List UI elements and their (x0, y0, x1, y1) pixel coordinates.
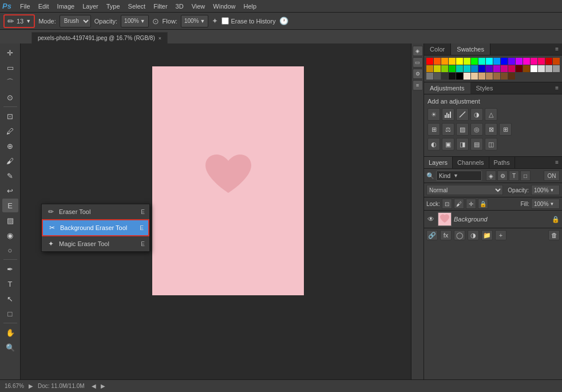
exposure-btn[interactable]: ◑ (470, 108, 483, 121)
new-adjustment-layer-btn[interactable]: ◑ (468, 230, 479, 240)
tab-styles[interactable]: Styles (470, 82, 499, 94)
tab-paths[interactable]: Paths (489, 157, 515, 168)
fill-value-control[interactable]: 100% ▼ (531, 199, 560, 209)
document-tab[interactable]: pexels-photo-4197491.jpeg @ 16.7% (RGB/8… (31, 32, 168, 43)
eraser-tool-option[interactable]: ✏ Eraser Tool E (42, 204, 149, 219)
crop-tool[interactable]: ⊡ (2, 109, 18, 123)
swatch-violet[interactable] (516, 58, 523, 65)
swatch-med-blue[interactable] (471, 65, 478, 72)
move-tool[interactable]: ✛ (2, 46, 18, 60)
swatch-white[interactable] (531, 65, 537, 72)
menu-file[interactable]: File (16, 2, 34, 11)
swatches-menu-icon[interactable]: ≡ (552, 43, 562, 55)
canvas-image[interactable] (152, 66, 304, 295)
swatch-dark-gray[interactable] (449, 73, 456, 80)
swatch-orange[interactable] (441, 58, 448, 65)
swatch-gray1[interactable] (545, 65, 552, 72)
blending-mode-select[interactable]: Normal (426, 185, 503, 195)
opacity-value-control[interactable]: 100% ▼ (531, 185, 560, 195)
swatch-skin5[interactable] (493, 73, 500, 80)
levels-btn[interactable] (442, 108, 454, 121)
menu-view[interactable]: View (188, 2, 209, 11)
filter-enabled-btn[interactable]: ON (544, 171, 560, 181)
nav-left-btn[interactable]: ◀ (92, 383, 96, 389)
add-mask-btn[interactable]: ◯ (454, 230, 465, 240)
filter-pixel-btn[interactable]: ◈ (486, 171, 496, 181)
eyedropper-tool[interactable]: 🖊 (2, 124, 18, 138)
swatch-red[interactable] (426, 58, 433, 65)
mode-select[interactable]: Brush (60, 15, 91, 27)
shape-tool[interactable]: □ (2, 307, 18, 320)
swatch-green[interactable] (471, 58, 478, 65)
tab-adjustments[interactable]: Adjustments (424, 82, 470, 94)
swatch-skin6[interactable] (501, 73, 508, 80)
gradient-map-btn[interactable]: ▤ (470, 138, 483, 151)
swatch-sky-blue[interactable] (493, 58, 500, 65)
swatch-cyan-green[interactable] (478, 58, 485, 65)
menu-type[interactable]: Type (102, 2, 124, 11)
menu-window[interactable]: Window (209, 2, 239, 11)
color-lookup-btn[interactable]: ⊞ (499, 123, 512, 136)
swatch-gray5[interactable] (441, 73, 448, 80)
menu-layer[interactable]: Layer (78, 2, 102, 11)
swatch-light-gray[interactable] (538, 65, 545, 72)
swatch-dark-violet[interactable] (486, 65, 493, 72)
brush-tool[interactable]: 🖌 (2, 154, 18, 168)
tab-channels[interactable]: Channels (453, 157, 489, 168)
swatch-yellow-green[interactable] (464, 58, 470, 65)
swatch-amber[interactable] (426, 65, 433, 72)
tool-preset-picker[interactable]: ✏ 13 ▼ (3, 14, 35, 28)
swatch-lime[interactable] (441, 65, 448, 72)
invert-btn[interactable]: ◐ (428, 138, 440, 151)
selective-color-btn[interactable]: ◫ (485, 138, 497, 151)
swatch-skin4[interactable] (486, 73, 493, 80)
swatch-yellow[interactable] (456, 58, 463, 65)
menu-help[interactable]: Help (239, 2, 260, 11)
swatch-pink[interactable] (531, 58, 537, 65)
swatch-olive[interactable] (434, 65, 441, 72)
menu-edit[interactable]: Edit (34, 2, 53, 11)
swatch-navy[interactable] (478, 65, 485, 72)
dodge-tool[interactable]: ○ (2, 243, 18, 257)
menu-select[interactable]: Select (124, 2, 150, 11)
swatch-skin3[interactable] (478, 73, 485, 80)
swatch-blue[interactable] (501, 58, 508, 65)
layer-panel-btn[interactable]: ≡ (413, 80, 423, 90)
layers-menu-icon[interactable]: ≡ (552, 157, 562, 168)
brush-preset-btn[interactable]: ▭ (413, 57, 423, 68)
healing-brush-tool[interactable]: ⊕ (2, 139, 18, 153)
link-layers-btn[interactable]: 🔗 (426, 230, 438, 240)
swatch-teal[interactable] (456, 65, 463, 72)
posterize-btn[interactable]: ▣ (442, 138, 454, 151)
menu-3d[interactable]: 3D (172, 2, 188, 11)
erase-to-history-checkbox[interactable] (221, 17, 229, 25)
tab-close-button[interactable]: × (159, 35, 161, 41)
color-balance-btn[interactable]: ⚖ (442, 123, 454, 136)
color-picker-btn[interactable]: ◈ (413, 46, 423, 56)
history-brush-tool[interactable]: ↩ (2, 184, 18, 197)
tool-options-btn[interactable]: ⚙ (413, 69, 423, 79)
swatch-pink-violet[interactable] (523, 58, 530, 65)
swatch-crimson[interactable] (508, 65, 515, 72)
lock-all-btn[interactable]: 🔒 (478, 199, 488, 209)
swatch-magenta[interactable] (501, 65, 508, 72)
blur-tool[interactable]: ◉ (2, 228, 18, 242)
swatch-skin2[interactable] (471, 73, 478, 80)
swatch-skin1[interactable] (464, 73, 470, 80)
swatch-skin7[interactable] (508, 73, 515, 80)
pen-tool[interactable]: ✒ (2, 262, 18, 276)
swatch-dark-brown[interactable] (523, 65, 530, 72)
quick-select-tool[interactable]: ⊙ (2, 90, 18, 104)
path-select-tool[interactable]: ↖ (2, 292, 18, 306)
layer-filter-kind[interactable]: Kind ▼ (436, 171, 482, 181)
new-layer-btn[interactable]: + (495, 230, 506, 240)
swatch-dark-red[interactable] (545, 58, 552, 65)
marquee-tool[interactable]: ▭ (2, 61, 18, 74)
swatch-maroon[interactable] (516, 65, 523, 72)
threshold-btn[interactable]: ◨ (456, 138, 469, 151)
magic-eraser-tool-option[interactable]: ✦ Magic Eraser Tool E (42, 236, 149, 251)
delete-layer-btn[interactable]: 🗑 (548, 230, 560, 240)
curves-btn[interactable] (456, 108, 469, 121)
flow-control[interactable]: 100% ▼ (181, 15, 209, 27)
swatch-dark-cyan[interactable] (464, 65, 470, 72)
